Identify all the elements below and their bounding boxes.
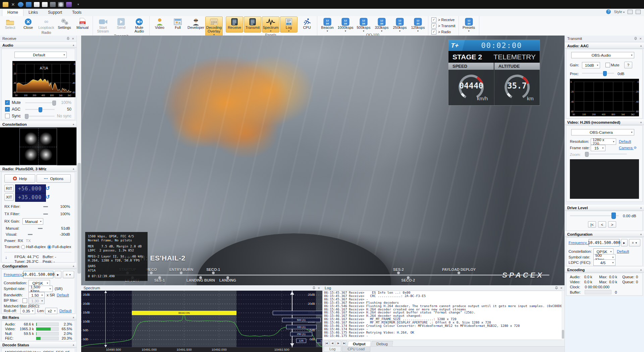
rx-filter-slider[interactable] xyxy=(43,206,48,207)
resolution-select[interactable]: 1280 x 720▼ xyxy=(591,138,616,145)
sync-slider[interactable] xyxy=(25,114,55,118)
tab-tools[interactable]: Tools xyxy=(67,9,87,16)
rrc-default-link[interactable]: Default xyxy=(59,309,71,313)
play-icon[interactable] xyxy=(26,2,32,7)
proc-slider[interactable] xyxy=(582,71,614,75)
half-duplex-label[interactable]: Half-duplex xyxy=(26,245,46,249)
drive-level-slider[interactable] xyxy=(570,213,619,218)
rit-button[interactable]: RIT xyxy=(4,185,14,192)
slider-thumb[interactable] xyxy=(39,107,42,112)
audio-help-button[interactable]: ? xyxy=(624,62,632,68)
full-duplex-radio[interactable] xyxy=(47,245,51,249)
ribbon-button-manual[interactable]: PDFManual xyxy=(74,16,91,30)
ribbon-button-send[interactable]: Send xyxy=(112,16,130,34)
agc-checkbox[interactable]: ✓ xyxy=(5,107,10,112)
media-icon[interactable] xyxy=(66,2,72,7)
ribbon-button-1000ksps[interactable]: 12341000ksps▼ xyxy=(337,16,354,33)
frequency-menu-button[interactable]: ≡▼ xyxy=(63,271,74,278)
ribbon-button-receive[interactable]: Receive xyxy=(226,16,243,33)
tune-marker[interactable] xyxy=(105,291,106,347)
video-area[interactable]: T+ 00:02:00 STAGE 2 TELEMETRY SPEED ALTI… xyxy=(81,36,565,285)
doc-icon[interactable] xyxy=(34,2,40,7)
tx-frequency-menu-button[interactable]: ≡▼ xyxy=(629,239,640,246)
ribbon-button-125ksps[interactable]: 1234125ksps▼ xyxy=(409,16,427,33)
agc-slider[interactable] xyxy=(25,107,55,112)
pin-icon[interactable] xyxy=(634,37,637,40)
ribbon-button-decoding-overlay[interactable]: Decoding Overlay▼ xyxy=(205,16,223,36)
xit-button[interactable]: XIT xyxy=(4,193,14,201)
log-output[interactable]: 06:15:45.367 Receive> ES Info len ..: 0x… xyxy=(322,291,565,340)
layout-icon[interactable] xyxy=(636,10,641,14)
rx-gain-select[interactable]: Manual▼ xyxy=(22,218,43,225)
tx-configuration-header[interactable]: Configuration▴ xyxy=(565,231,644,237)
close-icon[interactable]: ✕ xyxy=(11,2,15,7)
spectrum-plot[interactable]: BEACON500 (1)333 (1)250 (1)12512525dB25d… xyxy=(81,291,322,347)
ribbon-button-full[interactable]: Full xyxy=(169,16,186,36)
ribbon-button-cpu[interactable]: CPU xyxy=(298,16,316,33)
bottom-tab-cpu-load[interactable]: CPU Load xyxy=(342,347,370,352)
tab-support[interactable]: Support xyxy=(43,9,67,16)
bandwidth-box-500-1-[interactable]: 500 (1) xyxy=(282,318,321,322)
constellation-section-header[interactable]: Constellation▴ xyxy=(0,121,76,127)
rit-reset-icon[interactable]: ↺ xyxy=(45,185,50,191)
ribbon-button-333ksps[interactable]: 1234333ksps▼ xyxy=(373,16,390,33)
bp-filter-checkbox[interactable] xyxy=(22,298,27,303)
tune-play-button[interactable]: ▸ xyxy=(55,271,61,278)
xit-reset-icon[interactable]: ↺ xyxy=(45,194,50,200)
tx-mute-checkbox[interactable] xyxy=(605,63,610,67)
tx-frequency-link[interactable]: Frequency... xyxy=(569,241,590,245)
log-scrollbar[interactable] xyxy=(561,291,565,340)
minimize-ribbon-icon[interactable] xyxy=(628,10,633,14)
drive-level-header[interactable]: Drive Level▴ xyxy=(565,205,644,211)
decode-status-header[interactable]: Decode Status▴ xyxy=(0,342,76,348)
half-duplex-radio[interactable] xyxy=(21,245,25,249)
frequency-display[interactable]: 10.491.500.000 xyxy=(23,271,53,278)
mute-checkbox[interactable]: ✓ xyxy=(5,100,10,105)
visual-gain-slider[interactable] xyxy=(28,234,33,235)
zoom-slider[interactable] xyxy=(585,152,627,156)
ribbon-button-loopback[interactable]: ∞Loopback xyxy=(38,16,55,30)
checkbox--receive[interactable]: ✓> Receive xyxy=(431,17,455,22)
help-icon[interactable]: ? xyxy=(606,9,611,14)
style-menu[interactable]: Style ▾ xyxy=(614,10,625,14)
log-tab-debug[interactable]: Debug xyxy=(371,341,393,347)
bandwidth-default-link[interactable]: Default xyxy=(57,293,69,297)
log-nav-button[interactable]: ◀ xyxy=(330,341,335,346)
tx-video-header[interactable]: Video: H.265 (recommended)▴ xyxy=(565,119,644,125)
len-select[interactable]: x2▼ xyxy=(45,308,57,314)
ribbon-button-settings[interactable]: Settings xyxy=(56,16,73,30)
pin-icon[interactable] xyxy=(555,286,558,290)
bandwidth-box-edge[interactable]: 125 xyxy=(316,339,322,343)
ribbon-button-video[interactable]: Video xyxy=(151,16,168,36)
audio-device-select[interactable]: Default▼ xyxy=(14,52,67,58)
ribbon-button-250ksps[interactable]: 1234250ksps▼ xyxy=(391,16,409,33)
tx-camera-select[interactable]: OBS-Camera▼ xyxy=(571,129,634,135)
folder-icon[interactable] xyxy=(3,2,8,7)
ribbon-button-500ksps[interactable]: 1234500ksps▼ xyxy=(355,16,372,33)
bandwidth-box-250-1-[interactable]: 250 (1) xyxy=(290,332,312,336)
quick-access-caret-icon[interactable]: ▾ xyxy=(77,3,79,6)
pin-icon[interactable] xyxy=(66,37,70,40)
checkbox--radio[interactable]: ✓> Radio xyxy=(431,30,455,35)
ribbon-button-close[interactable]: Close xyxy=(19,16,37,30)
doc-icon[interactable] xyxy=(42,2,48,7)
ribbon-button-log[interactable]: LOGLog▼ xyxy=(280,16,298,33)
symbol-rate-select[interactable]: 1,500 Kbps▼ xyxy=(29,286,53,292)
drive-button-1[interactable]: < xyxy=(598,221,606,228)
audio-section-header[interactable]: Audio▴ xyxy=(0,42,76,48)
power-tx[interactable]: TX xyxy=(26,239,31,243)
encoding-header[interactable]: Encoding▴ xyxy=(565,267,644,273)
bandwidth-box-125[interactable]: 125 xyxy=(296,339,306,343)
ribbon-button-select[interactable]: Select xyxy=(1,16,19,30)
mute-slider[interactable] xyxy=(25,100,55,105)
camera-icon[interactable] xyxy=(50,2,56,7)
log-nav-button[interactable]: ▶ xyxy=(336,341,341,346)
tx-play-button[interactable]: ▸ xyxy=(621,239,628,246)
slider-thumb[interactable] xyxy=(25,114,29,119)
ribbon-button-transmit[interactable]: Transmit xyxy=(244,16,261,33)
log-tab-output[interactable]: Output xyxy=(347,341,371,347)
manual-gain-slider[interactable] xyxy=(38,228,43,229)
roll-off-select[interactable]: 0.35▼ xyxy=(20,308,35,314)
sync-checkbox[interactable] xyxy=(5,114,10,118)
framerate-select[interactable]: 15▼ xyxy=(591,145,605,151)
